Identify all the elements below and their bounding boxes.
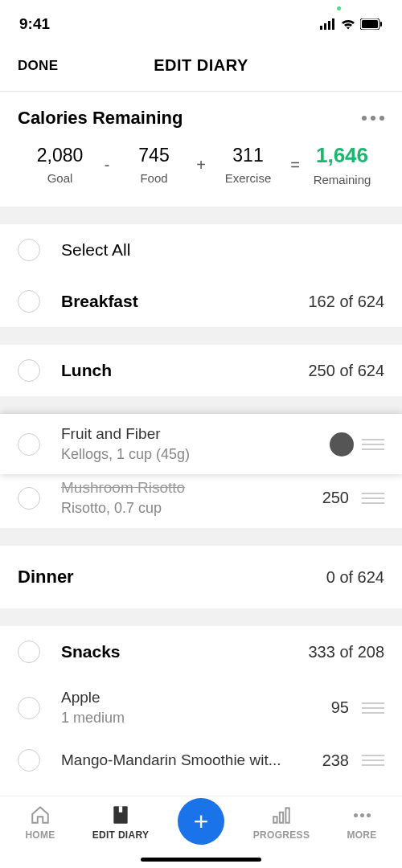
goal-label: Goal bbox=[21, 171, 99, 185]
divider bbox=[0, 608, 402, 626]
add-button[interactable]: + bbox=[178, 798, 224, 845]
divider bbox=[0, 327, 402, 345]
dinner-count: 0 of 624 bbox=[326, 568, 384, 587]
exercise-value: 311 bbox=[209, 145, 287, 166]
plus-op: + bbox=[193, 156, 209, 174]
food-name: Fruit and Fiber bbox=[61, 425, 331, 443]
more-icon bbox=[351, 805, 372, 825]
food-row[interactable]: Mango-Mandarin Smoothie wit... 238 bbox=[0, 738, 402, 783]
tab-label: EDIT DIARY bbox=[92, 829, 150, 841]
svg-rect-1 bbox=[324, 23, 326, 30]
food-name: Apple bbox=[61, 689, 331, 706]
calories-section: Calories Remaining 2,080 Goal - 745 Food… bbox=[0, 92, 402, 207]
drag-handle-icon[interactable] bbox=[362, 439, 384, 450]
tab-add[interactable]: + bbox=[161, 805, 241, 845]
snacks-checkbox[interactable] bbox=[18, 641, 40, 663]
svg-rect-11 bbox=[285, 808, 289, 822]
goal-value: 2,080 bbox=[21, 145, 99, 166]
svg-rect-10 bbox=[280, 813, 283, 823]
tab-progress[interactable]: PROGRESS bbox=[241, 805, 322, 841]
remaining-label: Remaining bbox=[303, 173, 381, 186]
equals-op: = bbox=[287, 156, 303, 174]
svg-rect-3 bbox=[332, 18, 334, 30]
divider bbox=[0, 396, 402, 414]
select-all-label: Select All bbox=[61, 240, 384, 260]
svg-rect-9 bbox=[273, 817, 277, 823]
svg-rect-0 bbox=[320, 26, 322, 30]
food-detail: 1 medium bbox=[61, 710, 331, 727]
food-detail: Risotto, 0.7 cup bbox=[61, 500, 322, 517]
food-row[interactable]: Mushroom Risotto Risotto, 0.7 cup 250 bbox=[0, 474, 402, 528]
more-icon[interactable] bbox=[362, 116, 384, 121]
drag-touch-indicator bbox=[330, 432, 354, 457]
divider bbox=[0, 528, 402, 546]
lunch-label: Lunch bbox=[61, 361, 308, 380]
cellular-icon bbox=[320, 18, 336, 30]
food-checkbox[interactable] bbox=[18, 433, 40, 456]
svg-rect-6 bbox=[380, 22, 382, 27]
food-checkbox[interactable] bbox=[18, 749, 40, 772]
remaining-value: 1,646 bbox=[303, 143, 381, 168]
done-button[interactable]: DONE bbox=[18, 58, 58, 74]
breakfast-count: 162 of 624 bbox=[308, 293, 384, 311]
minus-op: - bbox=[99, 156, 115, 174]
snacks-count: 333 of 208 bbox=[308, 643, 384, 661]
tab-label: PROGRESS bbox=[253, 829, 310, 841]
select-all-row[interactable]: Select All bbox=[0, 224, 402, 276]
lunch-header[interactable]: Lunch 250 of 624 bbox=[0, 345, 402, 396]
food-name: Mushroom Risotto bbox=[61, 479, 322, 497]
food-row-dragging[interactable]: Fruit and Fiber Kellogs, 1 cup (45g) 16 bbox=[0, 414, 402, 474]
wifi-icon bbox=[341, 18, 355, 30]
page-title: EDIT DIARY bbox=[154, 56, 248, 75]
exercise-label: Exercise bbox=[209, 171, 287, 185]
dinner-header[interactable]: Dinner 0 of 624 bbox=[0, 546, 402, 608]
svg-rect-5 bbox=[362, 20, 378, 28]
snacks-label: Snacks bbox=[61, 642, 308, 661]
home-icon bbox=[30, 805, 51, 825]
tab-label: MORE bbox=[347, 829, 376, 841]
food-cal: 238 bbox=[322, 751, 349, 770]
home-indicator[interactable] bbox=[141, 858, 261, 862]
tab-diary[interactable]: EDIT DIARY bbox=[80, 805, 161, 841]
calories-title: Calories Remaining bbox=[18, 108, 183, 129]
food-name: Mango-Mandarin Smoothie wit... bbox=[61, 751, 322, 769]
food-checkbox[interactable] bbox=[18, 487, 40, 510]
battery-icon bbox=[360, 18, 383, 30]
drag-handle-icon[interactable] bbox=[362, 702, 384, 714]
tab-label: HOME bbox=[25, 829, 55, 841]
status-bar: 9:41 bbox=[0, 0, 402, 40]
progress-icon bbox=[271, 805, 292, 825]
food-label: Food bbox=[115, 171, 193, 185]
drag-handle-icon[interactable] bbox=[362, 755, 384, 766]
lunch-checkbox[interactable] bbox=[18, 359, 40, 382]
header: DONE EDIT DIARY bbox=[0, 40, 402, 92]
breakfast-header[interactable]: Breakfast 162 of 624 bbox=[0, 276, 402, 327]
drag-handle-icon[interactable] bbox=[362, 493, 384, 504]
svg-rect-8 bbox=[119, 806, 122, 813]
food-detail: Kellogs, 1 cup (45g) bbox=[61, 446, 331, 463]
status-time: 9:41 bbox=[19, 15, 50, 33]
svg-rect-2 bbox=[328, 21, 330, 30]
food-value: 745 bbox=[115, 145, 193, 166]
camera-indicator bbox=[337, 6, 341, 10]
tab-home[interactable]: HOME bbox=[0, 805, 80, 841]
breakfast-checkbox[interactable] bbox=[18, 290, 40, 313]
diary-icon bbox=[110, 805, 131, 825]
dinner-label: Dinner bbox=[18, 567, 74, 588]
status-icons bbox=[320, 18, 383, 30]
breakfast-label: Breakfast bbox=[61, 292, 308, 311]
tab-more[interactable]: MORE bbox=[322, 805, 402, 841]
lunch-count: 250 of 624 bbox=[308, 362, 384, 380]
food-cal: 250 bbox=[322, 489, 349, 507]
food-row[interactable]: Apple 1 medium 95 bbox=[0, 678, 402, 738]
food-cal: 95 bbox=[331, 698, 349, 717]
snacks-header[interactable]: Snacks 333 of 208 bbox=[0, 626, 402, 678]
divider bbox=[0, 207, 402, 224]
food-checkbox[interactable] bbox=[18, 697, 40, 719]
select-all-checkbox[interactable] bbox=[18, 239, 40, 261]
